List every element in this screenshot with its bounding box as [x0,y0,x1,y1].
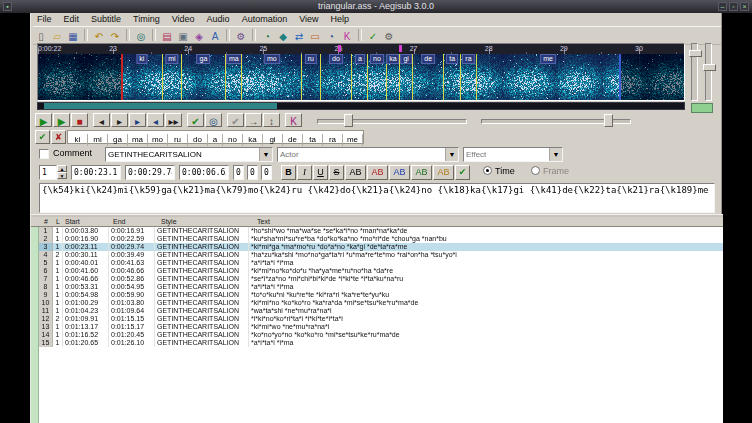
karaoke-syllable-cell[interactable]: ra [323,134,343,146]
underline-button[interactable]: U [313,165,328,180]
redo-button[interactable]: ↷ [107,27,123,42]
save-subtitles-button[interactable]: ▦ [65,27,81,42]
karaoke-syllable-cell[interactable]: ga [108,134,128,146]
table-row[interactable]: 420:00:30.110:00:39.49GETINTHECARITSALIO… [39,251,723,259]
karaoke-segment[interactable]: mo [241,54,301,100]
frame-radio[interactable]: Frame [531,166,569,177]
timing-post-processor-button[interactable]: ◔ [323,27,339,42]
karaoke-segment[interactable]: ga [181,54,226,100]
menu-item-timing[interactable]: Timing [127,13,166,26]
outline-color-button[interactable]: AB [411,165,432,180]
actor-input[interactable] [279,149,445,160]
table-row[interactable]: 710:00:46.660:00:52.86GETINTHECARITSALIO… [39,275,723,283]
karaoke-syllable-cell[interactable]: ki [68,134,88,146]
layer-down-icon[interactable]: ▼ [57,172,67,179]
styles-manager-button[interactable]: ▤ [159,27,175,42]
zoom-link-button[interactable] [691,103,713,113]
table-row[interactable]: 510:00:40.010:00:41.63GETINTHECARITSALIO… [39,259,723,267]
karaoke-syllable-cell[interactable]: ta [303,134,323,146]
karaoke-syllable-cell[interactable]: me [343,134,363,146]
column-header-end[interactable]: End [111,217,159,226]
menu-item-view[interactable]: View [293,13,324,26]
column-header-num[interactable]: # [39,217,53,226]
karaoke-segment[interactable]: ta [443,54,460,100]
menu-item-subtitle[interactable]: Subtitle [85,13,127,26]
find-button[interactable]: ◎ [133,27,149,42]
shadow-color-button[interactable]: AB [433,165,454,180]
table-row[interactable]: 310:00:23.110:00:29.74GETINTHECARITSALIO… [39,243,723,251]
margin-right-field[interactable] [247,165,258,180]
play-500ms-before-button[interactable]: ◂ [93,113,110,127]
karaoke-accept-split-button[interactable]: ✔ [35,130,50,144]
maximize-button[interactable]: ▫ [729,2,738,11]
karaoke-segment[interactable]: ma [225,54,241,100]
karaoke-cancel-split-button[interactable]: ✘ [51,130,66,144]
font-button[interactable]: AB [345,165,366,180]
audio-scrollbar[interactable] [37,102,685,110]
karaoke-syllable-cell[interactable]: mo [148,134,168,146]
comment-checkbox[interactable] [39,149,49,159]
audio-vertical-zoom-thumb[interactable] [703,64,716,71]
column-header-text[interactable]: Text [255,217,723,226]
effect-dropdown[interactable]: ▼ [463,147,563,162]
kanji-timer-button[interactable]: K [339,27,355,42]
play-line-button[interactable]: ▶ [53,113,70,127]
start-time-field[interactable] [71,165,121,180]
play-500ms-after-button[interactable]: ▸ [111,113,128,127]
subtitle-text-editor[interactable]: {\k54}ki{\k24}mi{\k59}ga{\k21}ma{\k79}mo… [39,183,715,213]
audio-timeline-ruler[interactable]: 0:00:222324252627282930 [38,44,684,54]
table-row[interactable]: 610:00:41.600:00:46.66GETINTHECARITSALIO… [39,267,723,275]
commit-changes-button[interactable]: ✔ [187,113,204,127]
table-row[interactable]: 1310:01:13.170:01:15.17GETINTHECARITSALI… [39,323,723,331]
auto-scroll-toggle-button[interactable]: ↕ [263,113,280,127]
duration-field[interactable] [179,165,229,180]
layer-up-icon[interactable]: ▲ [57,165,67,172]
audio-horizontal-zoom-thumb[interactable] [689,50,702,57]
italic-button[interactable]: I [297,165,312,180]
auto-next-toggle-button[interactable]: → [245,113,262,127]
column-header-l[interactable]: L [53,217,63,226]
selection-end-marker[interactable] [619,54,621,100]
layer-spinner[interactable] [39,165,57,180]
end-time-field[interactable] [125,165,175,180]
new-subtitles-button[interactable]: ▯ [33,27,49,42]
strikeout-button[interactable]: S [329,165,344,180]
karaoke-syllable-cell[interactable]: ma [128,134,148,146]
table-row[interactable]: 810:00:53.310:00:54.95GETINTHECARITSALIO… [39,283,723,291]
volume-slider-thumb[interactable] [344,114,353,127]
karaoke-segment[interactable]: de [412,54,443,100]
secondary-color-button[interactable]: AB [389,165,410,180]
minimize-button[interactable]: – [718,2,727,11]
karaoke-segment[interactable]: mi [162,54,180,100]
play-selection-button[interactable]: ▶ [35,113,52,127]
menu-item-audio[interactable]: Audio [201,13,236,26]
table-row[interactable]: 1410:01:16.520:01:20.45GETINTHECARITSALI… [39,331,723,339]
table-row[interactable]: 1010:01:00.290:01:03.80GETINTHECARITSALI… [39,299,723,307]
open-subtitles-button[interactable]: ▱ [49,27,65,42]
table-row[interactable]: 1220:01:09.910:01:15.15GETINTHECARITSALI… [39,315,723,323]
primary-color-button[interactable]: AB [367,165,388,180]
table-row[interactable]: 1510:01:20.650:01:26.10GETINTHECARITSALI… [39,339,723,347]
menu-item-file[interactable]: File [31,13,58,26]
karaoke-segment[interactable]: ra [460,54,476,100]
selection-start-marker[interactable] [121,54,123,100]
commit-button[interactable]: ✔ [455,165,470,180]
effect-dropdown-arrow-icon[interactable]: ▼ [549,148,562,161]
karaoke-mode-toggle-button[interactable]: K [285,113,302,127]
audio-scrollbar-thumb[interactable] [44,103,277,109]
karaoke-segment[interactable]: ru [301,54,319,100]
karaoke-syllable-cell[interactable]: ka [243,134,263,146]
actor-dropdown-arrow-icon[interactable]: ▼ [445,148,458,161]
fonts-collector-button[interactable]: A [207,27,223,42]
shift-times-button[interactable]: ◔ [259,27,275,42]
options-button[interactable]: ⚙ [381,27,397,42]
effect-input[interactable] [465,149,549,160]
karaoke-segment[interactable]: ki [121,54,162,100]
audio-spectrogram[interactable]: kimigamamorudoanokagidetarame [38,54,684,100]
karaoke-syllable-cell[interactable]: ru [168,134,188,146]
actor-dropdown[interactable]: ▼ [277,147,459,162]
play-to-end-button[interactable]: ▸▸ [165,113,182,127]
menu-item-automation[interactable]: Automation [236,13,294,26]
audio-vertical-zoom-slider[interactable] [705,43,712,101]
column-header-style[interactable]: Style [159,217,255,226]
